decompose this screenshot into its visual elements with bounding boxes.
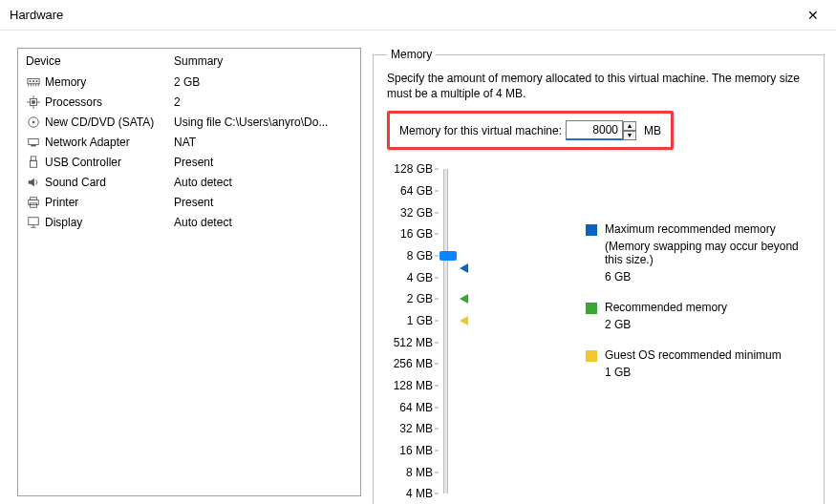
swatch-yellow-icon — [586, 350, 597, 362]
device-name: Display — [45, 216, 174, 229]
cpu-icon — [26, 94, 41, 110]
swatch-blue-icon — [586, 224, 597, 236]
tick-label: 64 MB — [399, 401, 433, 414]
hardware-row[interactable]: PrinterPresent — [26, 192, 353, 212]
device-summary: Auto detect — [174, 176, 353, 189]
device-name: New CD/DVD (SATA) — [45, 116, 174, 129]
sound-icon — [26, 175, 41, 190]
legend-rec: Recommended memory — [586, 301, 810, 314]
tick-label: 1 GB — [407, 314, 433, 327]
svg-point-16 — [32, 120, 35, 123]
header-device: Device — [26, 54, 174, 68]
swatch-green-icon — [586, 303, 597, 314]
device-summary: Present — [174, 156, 353, 169]
disc-icon — [26, 115, 41, 130]
hardware-row[interactable]: Processors2 — [26, 92, 353, 112]
legend-max: Maximum recommended memory — [586, 222, 810, 236]
hardware-list-panel: Device Summary Memory2 GBProcessors2New … — [17, 48, 361, 496]
legend-rec-label: Recommended memory — [605, 301, 727, 314]
hardware-row[interactable]: Sound CardAuto detect — [26, 172, 353, 192]
legend-min-label: Guest OS recommended minimum — [605, 348, 782, 362]
hardware-row[interactable]: Network AdapterNAT — [26, 132, 353, 152]
memory-settings-panel: Memory Specify the amount of memory allo… — [373, 48, 825, 504]
slider-thumb[interactable] — [439, 251, 457, 261]
svg-rect-2 — [32, 80, 34, 82]
svg-rect-17 — [29, 138, 39, 144]
window-titlebar: Hardware ✕ — [0, 0, 836, 31]
usb-icon — [26, 155, 41, 170]
memory-description: Specify the amount of memory allocated t… — [387, 71, 810, 101]
device-name: Network Adapter — [45, 136, 174, 149]
legend-min: Guest OS recommended minimum — [586, 348, 810, 362]
window-title: Hardware — [10, 8, 63, 22]
device-summary: 2 GB — [174, 75, 353, 89]
tick-label: 32 GB — [400, 206, 433, 220]
tick-label: 8 GB — [407, 249, 433, 262]
ram-icon — [26, 74, 41, 90]
slider-track[interactable] — [443, 169, 448, 494]
memory-spinner: ▲ ▼ — [623, 121, 636, 140]
tick-label: 2 GB — [407, 292, 433, 305]
device-name: Memory — [45, 75, 174, 89]
tick-label: 8 MB — [406, 466, 433, 479]
memory-value-input[interactable] — [566, 120, 623, 140]
hardware-row[interactable]: USB ControllerPresent — [26, 152, 353, 172]
tick-label: 4 MB — [406, 487, 433, 500]
tick-label: 32 MB — [399, 422, 433, 435]
tick-label: 64 GB — [400, 184, 433, 198]
device-name: Sound Card — [45, 176, 174, 189]
slider-track-column — [439, 169, 461, 494]
slider-tick-labels: 128 GB64 GB32 GB16 GB8 GB4 GB2 GB1 GB512… — [387, 169, 439, 494]
svg-rect-10 — [32, 100, 35, 104]
hardware-rows: Memory2 GBProcessors2New CD/DVD (SATA)Us… — [18, 72, 360, 238]
legend-min-value: 1 GB — [605, 366, 810, 379]
memory-spinner-down[interactable]: ▼ — [623, 131, 636, 140]
device-name: USB Controller — [45, 156, 174, 169]
tick-label: 128 MB — [394, 379, 433, 392]
legend-max-value: 6 GB — [605, 270, 810, 284]
svg-rect-19 — [31, 156, 35, 159]
close-icon[interactable]: ✕ — [800, 2, 826, 29]
hardware-list-header: Device Summary — [18, 49, 360, 72]
tick-label: 16 GB — [400, 227, 433, 241]
slider-legend-column: Maximum recommended memory (Memory swapp… — [461, 169, 810, 494]
display-icon — [26, 215, 41, 230]
device-summary: 2 — [174, 95, 353, 109]
dialog-content: Device Summary Memory2 GBProcessors2New … — [0, 31, 836, 504]
tick-label: 512 MB — [394, 336, 433, 349]
tick-label: 4 GB — [407, 271, 433, 284]
memory-group-title: Memory — [387, 48, 436, 61]
device-name: Printer — [45, 196, 174, 209]
marker-rec-icon — [460, 294, 468, 304]
device-summary: Using file C:\Users\anyro\Do... — [174, 116, 353, 129]
svg-marker-21 — [29, 178, 34, 186]
svg-rect-20 — [31, 160, 37, 167]
svg-rect-1 — [30, 80, 32, 82]
hardware-row[interactable]: New CD/DVD (SATA)Using file C:\Users\any… — [26, 112, 353, 132]
memory-unit: MB — [644, 124, 661, 137]
legend-rec-value: 2 GB — [605, 318, 810, 331]
marker-max-icon — [460, 263, 468, 273]
device-summary: Auto detect — [174, 216, 353, 229]
memory-spinner-up[interactable]: ▲ — [623, 121, 636, 131]
svg-rect-3 — [36, 80, 38, 82]
device-summary: Present — [174, 196, 353, 209]
hardware-row[interactable]: DisplayAuto detect — [26, 212, 353, 232]
memory-slider-area: 128 GB64 GB32 GB16 GB8 GB4 GB2 GB1 GB512… — [387, 169, 810, 494]
marker-min-icon — [460, 316, 468, 326]
memory-input-label: Memory for this virtual machine: — [399, 124, 566, 137]
device-name: Processors — [45, 95, 174, 109]
tick-label: 16 MB — [399, 444, 433, 457]
device-summary: NAT — [174, 136, 353, 149]
tick-label: 256 MB — [394, 357, 433, 370]
legend-max-label: Maximum recommended memory — [605, 222, 776, 236]
legend-max-note: (Memory swapping may occur beyond this s… — [605, 240, 810, 266]
memory-group: Memory Specify the amount of memory allo… — [373, 48, 825, 504]
tick-label: 128 GB — [394, 162, 433, 176]
nic-icon — [26, 135, 41, 150]
svg-rect-25 — [29, 217, 39, 224]
memory-input-highlight: Memory for this virtual machine: ▲ ▼ MB — [387, 111, 674, 150]
header-summary: Summary — [174, 54, 223, 68]
hardware-row[interactable]: Memory2 GB — [26, 72, 353, 92]
svg-rect-18 — [31, 144, 35, 146]
